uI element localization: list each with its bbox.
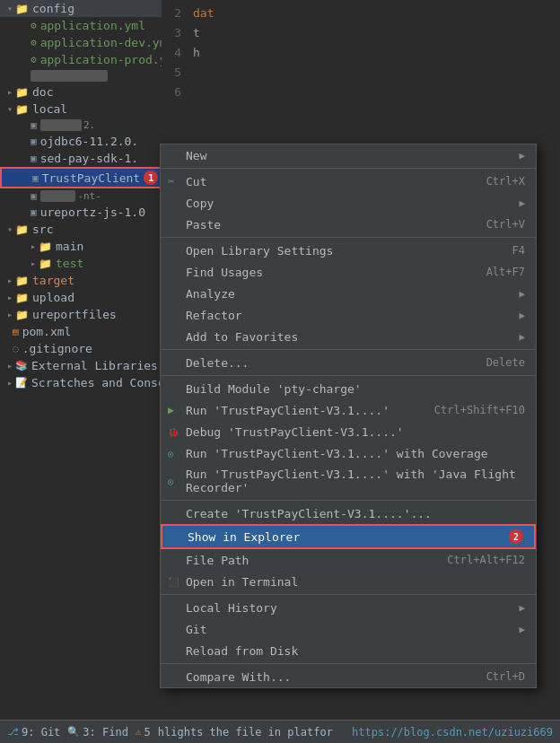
menu-item-reload[interactable]: Reload from Disk [161,640,536,661]
status-git-label: 9: Git [22,726,60,739]
tree-label-ureportz: ureportz-js-1.0 [40,205,145,219]
menu-item-run-coverage[interactable]: ◎ Run 'TrustPayClient-V3.1....' with Cov… [161,442,536,464]
chevron-right-icon-doc: ▸ [7,87,13,97]
tree-item-application-dev-yml[interactable]: ⚙ application-dev.yml [0,34,162,51]
chevron-down-icon-src: ▾ [7,224,13,234]
tree-item-application-yml[interactable]: ⚙ application.yml [0,17,162,34]
terminal-icon: ⬛ [168,577,179,587]
jar-icon-ojdbc6: ▣ [31,135,37,147]
folder-open-icon-src: 📁 [15,223,29,236]
status-hint: hlights the file in platfor [158,726,333,739]
chevron-right-icon-scratches: ▸ [7,378,13,388]
tree-item-ureportfiles[interactable]: ▸ 📁 ureportfiles [0,306,162,323]
tree-label-upload: upload [32,291,74,304]
tree-item-gitignore[interactable]: ◌ .gitignore [0,340,162,357]
menu-label-run-coverage: Run 'TrustPayClient-V3.1....' with Cover… [186,447,525,460]
menu-label-git: Git [186,623,510,636]
shortcut-open-lib: F4 [512,244,525,257]
line-num-6: 6 [162,83,188,102]
jar-icon-sed-pay: ▣ [31,153,37,164]
menu-item-file-path[interactable]: File Path Ctrl+Alt+F12 [161,549,536,571]
menu-label-analyze: Analyze [186,287,510,301]
menu-item-git[interactable]: Git ▶ [161,618,536,640]
status-bar: ⎇ 9: Git 🔍 3: Find ⚠ 5 hlights the file … [0,720,560,743]
blurred-label1 [31,70,108,82]
folder-open-icon-local: 📁 [15,103,29,116]
menu-item-refactor[interactable]: Refactor ▶ [161,304,536,326]
menu-item-show-in-explorer[interactable]: Show in Explorer 2 [161,524,536,549]
find-icon: 🔍 [67,726,80,738]
menu-label-local-history: Local History [186,601,510,615]
menu-item-copy[interactable]: Copy ▶ [161,192,536,214]
debug-icon: 🐞 [168,427,179,437]
menu-item-run[interactable]: ▶ Run 'TrustPayClient-V3.1....' Ctrl+Shi… [161,399,536,421]
status-left: ⎇ 9: Git 🔍 3: Find ⚠ 5 hlights the file … [7,726,352,739]
tree-item-pom[interactable]: ▤ pom.xml [0,323,162,340]
menu-label-compare: Compare With... [186,670,468,684]
status-warnings[interactable]: ⚠ 5 [136,726,151,739]
menu-item-paste[interactable]: Paste Ctrl+V [161,214,536,235]
arrow-refactor: ▶ [519,310,525,321]
menu-item-delete[interactable]: Delete... Delete [161,352,536,373]
menu-item-add-favorites[interactable]: Add to Favorites ▶ [161,326,536,347]
tree-item-upload[interactable]: ▸ 📁 upload [0,289,162,306]
status-git[interactable]: ⎇ 9: Git [7,726,60,739]
tree-label-local: local [32,102,67,116]
menu-item-debug[interactable]: 🐞 Debug 'TrustPayClient-V3.1....' [161,421,536,442]
status-url[interactable]: https://blog.csdn.net/uziuzi669 [352,726,553,739]
tree-item-blurred3[interactable]: ▣ -nt- [0,188,162,204]
tree-item-main[interactable]: ▸ 📁 main [0,238,162,255]
context-menu: New ▶ ✂ Cut Ctrl+X Copy ▶ Paste Ctrl+V O… [160,144,537,688]
menu-item-run-flight[interactable]: ◎ Run 'TrustPayClient-V3.1....' with 'Ja… [161,464,536,498]
tree-item-test[interactable]: ▸ 📁 test [0,255,162,272]
menu-label-run-flight: Run 'TrustPayClient-V3.1....' with 'Java… [186,468,525,494]
tree-item-src[interactable]: ▾ 📁 src [0,221,162,238]
menu-item-local-history[interactable]: Local History ▶ [161,597,536,618]
yml-prod-icon: ⚙ [31,54,37,66]
status-find[interactable]: 🔍 3: Find [67,726,128,739]
menu-item-find-usages[interactable]: Find Usages Alt+F7 [161,261,536,283]
menu-item-analyze[interactable]: Analyze ▶ [161,283,536,304]
menu-label-add-favorites: Add to Favorites [186,330,510,344]
tree-item-sed-pay[interactable]: ▣ sed-pay-sdk-1. [0,150,162,167]
arrow-copy: ▶ [519,197,525,209]
tree-label-sed-pay: sed-pay-sdk-1. [40,152,139,165]
shortcut-find-usages: Alt+F7 [486,266,525,278]
warning-icon: ⚠ [136,726,142,738]
tree-item-target[interactable]: ▸ 📁 target [0,272,162,289]
menu-item-build-module[interactable]: Build Module 'pty-charge' [161,378,536,399]
menu-label-paste: Paste [186,218,468,232]
tree-label-pom: pom.xml [22,325,72,338]
line-num-3: 3 [162,23,188,43]
menu-item-new[interactable]: New ▶ [161,144,536,166]
tree-label-ureportfiles: ureportfiles [32,308,117,321]
menu-item-create[interactable]: Create 'TrustPayClient-V3.1....'... [161,503,536,524]
menu-item-open-lib[interactable]: Open Library Settings F4 [161,240,536,261]
tree-item-scratches[interactable]: ▸ 📝 Scratches and Conso... [0,374,162,391]
arrow-favorites: ▶ [519,331,525,343]
tree-item-application-prod-yml[interactable]: ⚙ application-prod.yml [0,51,162,68]
menu-item-compare[interactable]: Compare With... Ctrl+D [161,666,536,687]
tree-label-application-prod-yml: application-prod.yml [40,53,162,66]
code-line-2: dat [193,4,214,23]
tree-label-ojdbc6: ojdbc6-11.2.0. [40,135,139,148]
folder-icon-target: 📁 [15,275,29,287]
chevron-down-icon-local: ▾ [7,104,13,114]
tree-item-blurred1[interactable] [0,68,162,83]
folder-icon-main: 📁 [39,240,52,253]
tree-item-external-libs[interactable]: ▸ 📚 External Libraries [0,357,162,374]
separator-2 [161,237,536,238]
code-line-4: h [193,43,214,63]
tree-item-ojdbc6[interactable]: ▣ ojdbc6-11.2.0. [0,133,162,150]
badge-1: 1 [144,170,158,185]
menu-item-open-terminal[interactable]: ⬛ Open in Terminal [161,571,536,592]
tree-item-doc[interactable]: ▸ 📁 doc [0,83,162,101]
menu-item-cut[interactable]: ✂ Cut Ctrl+X [161,170,536,192]
tree-label-gitignore: .gitignore [22,342,92,355]
tree-item-ureportz[interactable]: ▣ ureportz-js-1.0 [0,204,162,221]
tree-item-trustpay[interactable]: ▣ TrustPayClient 1 [0,167,162,188]
blurred-label2 [40,119,82,131]
tree-item-blurred2[interactable]: ▣ 2. [0,118,162,133]
tree-item-config[interactable]: ▾ 📁 config [0,0,162,17]
tree-item-local[interactable]: ▾ 📁 local [0,101,162,118]
